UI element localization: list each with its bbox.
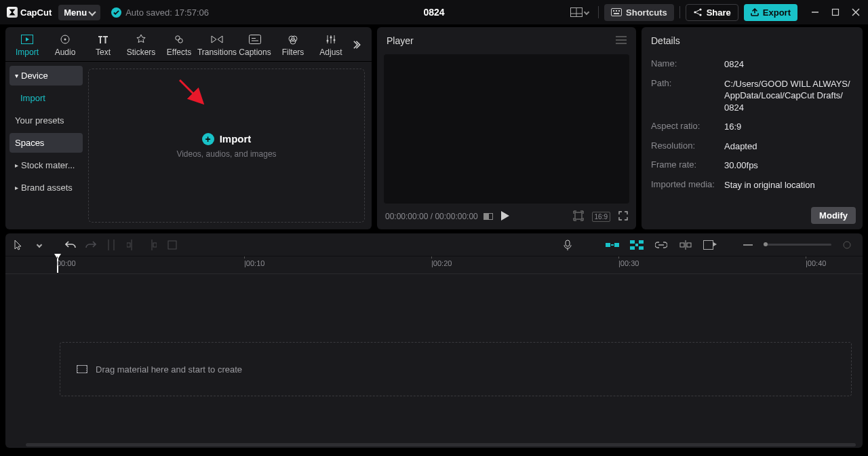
modify-button[interactable]: Modify — [811, 207, 856, 224]
import-hint: Videos, audios, and images — [176, 149, 276, 159]
minimize-button[interactable] — [810, 7, 821, 18]
film-icon — [77, 365, 87, 373]
zoom-out-button[interactable] — [739, 239, 757, 251]
details-panel: Details Name:0824Path:C:/Users/GOOD WILL… — [642, 27, 863, 229]
tab-captions[interactable]: Captions — [236, 32, 274, 58]
svg-rect-14 — [833, 10, 839, 16]
svg-rect-3 — [612, 9, 622, 16]
svg-point-10 — [699, 14, 701, 16]
svg-rect-23 — [250, 35, 261, 43]
import-dropzone[interactable]: + Import Videos, audios, and images — [88, 69, 365, 223]
menu-button[interactable]: Menu — [58, 5, 100, 20]
ruler-tick: |00:30 — [618, 259, 639, 267]
close-button[interactable] — [850, 7, 861, 18]
sidebar-item-stock[interactable]: ▸Stock mater... — [9, 155, 83, 175]
svg-rect-60 — [687, 243, 691, 247]
play-button[interactable] — [501, 211, 509, 223]
capcut-logo-icon — [7, 7, 18, 18]
svg-point-22 — [178, 38, 182, 42]
reset-zoom-icon[interactable] — [573, 210, 584, 223]
ruler-tick: |00:40 — [806, 259, 826, 267]
project-title: 0824 — [423, 7, 444, 18]
magnet-track-icon[interactable] — [628, 239, 646, 251]
tabs-more-button[interactable] — [350, 31, 366, 58]
zoom-slider[interactable] — [764, 244, 831, 246]
svg-rect-59 — [680, 243, 684, 247]
tool-dropdown[interactable] — [33, 238, 46, 252]
tab-effects[interactable]: Effects — [160, 32, 198, 58]
adjust-tab-icon — [325, 33, 337, 45]
detail-value: 0824 — [724, 58, 853, 71]
delete-left-tool — [125, 238, 138, 252]
svg-rect-49 — [566, 240, 570, 246]
autosave-status: Auto saved: 17:57:06 — [111, 7, 209, 18]
svg-line-11 — [696, 10, 699, 12]
svg-point-33 — [330, 36, 332, 38]
export-icon — [751, 8, 759, 16]
detail-row: Resolution:Adapted — [651, 140, 853, 153]
svg-marker-40 — [501, 211, 509, 221]
player-menu-icon[interactable] — [616, 35, 627, 46]
export-button[interactable]: Export — [744, 4, 797, 21]
tab-import[interactable]: Import — [8, 32, 46, 58]
svg-line-36 — [180, 80, 201, 102]
detail-key: Path: — [651, 78, 724, 114]
aspect-ratio-badge[interactable]: 16:9 — [592, 212, 610, 222]
link-icon[interactable] — [652, 239, 670, 251]
share-button[interactable]: Share — [686, 4, 738, 21]
detail-key: Imported media: — [651, 179, 724, 191]
brand-text: CapCut — [20, 7, 52, 18]
detail-row: Name:0824 — [651, 58, 853, 71]
fullscreen-icon[interactable] — [618, 211, 628, 223]
autosave-text: Auto saved: 17:57:06 — [125, 7, 209, 18]
import-label: Import — [220, 133, 252, 145]
svg-rect-7 — [614, 13, 619, 14]
text-tab-icon — [97, 33, 109, 45]
preview-compare-icon[interactable] — [484, 213, 493, 220]
zoom-in-button[interactable] — [838, 239, 856, 251]
svg-point-63 — [844, 242, 850, 248]
timeline-tracks[interactable]: Drag material here and start to create — [5, 274, 863, 448]
annotation-arrow — [177, 77, 211, 111]
svg-rect-54 — [639, 240, 644, 244]
tab-filters[interactable]: Filters — [274, 32, 312, 58]
align-icon[interactable] — [677, 239, 694, 251]
maximize-button[interactable] — [830, 7, 841, 18]
svg-rect-52 — [611, 244, 614, 246]
record-audio-icon[interactable] — [559, 239, 576, 251]
player-title: Player — [387, 35, 414, 46]
player-viewport[interactable] — [384, 54, 629, 204]
sidebar-item-device[interactable]: ▾Device — [9, 66, 83, 86]
delete-right-tool — [145, 238, 159, 252]
detail-row: Imported media:Stay in original location — [651, 179, 853, 191]
svg-point-21 — [176, 35, 180, 39]
tab-stickers[interactable]: Stickers — [122, 32, 160, 58]
tab-text[interactable]: Text — [84, 32, 122, 58]
svg-marker-62 — [713, 242, 717, 246]
timeline-scrollbar[interactable] — [26, 443, 856, 446]
brand-logo: CapCut — [7, 7, 52, 18]
svg-point-32 — [327, 39, 329, 41]
tab-audio[interactable]: Audio — [46, 32, 84, 58]
sidebar-item-spaces[interactable]: Spaces — [9, 133, 83, 153]
sidebar-item-brand[interactable]: ▸Brand assets — [9, 178, 83, 197]
preview-render-icon[interactable] — [701, 239, 719, 251]
sidebar-item-import[interactable]: Import — [9, 88, 83, 108]
import-button[interactable]: + Import — [202, 133, 252, 145]
audio-tab-icon — [59, 33, 71, 45]
detail-key: Aspect ratio: — [651, 121, 724, 133]
sidebar-item-presets[interactable]: Your presets — [9, 111, 83, 130]
magnet-main-icon[interactable] — [604, 239, 621, 251]
tab-adjust[interactable]: Adjust — [312, 32, 350, 58]
shortcuts-button[interactable]: Shortcuts — [604, 4, 674, 21]
layout-button[interactable] — [566, 5, 593, 20]
timeline-ruler[interactable]: 00:00|00:10|00:20|00:30|00:40 — [5, 256, 863, 274]
detail-row: Frame rate:30.00fps — [651, 159, 853, 172]
tab-transitions[interactable]: Transitions — [198, 32, 236, 58]
svg-rect-53 — [630, 240, 635, 244]
undo-button[interactable] — [64, 238, 77, 252]
pointer-tool[interactable] — [12, 238, 26, 252]
detail-key: Name: — [651, 58, 724, 71]
svg-rect-6 — [618, 10, 620, 12]
svg-rect-45 — [127, 243, 130, 247]
